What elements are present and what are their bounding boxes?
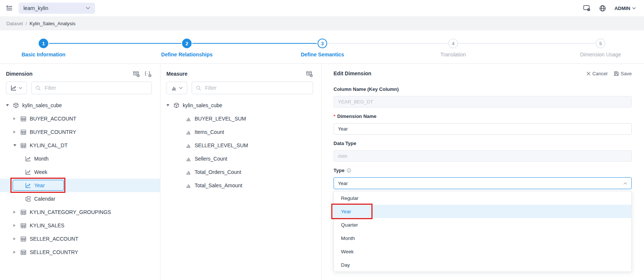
tree-node-label: BUYER_COUNTRY bbox=[30, 129, 76, 135]
tree-node-table[interactable]: KYLIN_CAL_DT bbox=[0, 139, 160, 152]
tree-node-label: Sellers_Count bbox=[195, 156, 227, 162]
type-dropdown-menu: Regular Year Quarter Month Week Day bbox=[334, 191, 632, 272]
chevron-down-icon bbox=[86, 7, 90, 10]
caret-right-icon[interactable] bbox=[13, 237, 20, 240]
measure-type-filter-dropdown[interactable] bbox=[166, 82, 187, 94]
tree-node-table[interactable]: SELLER_ACCOUNT bbox=[0, 232, 160, 246]
measure-filter-input[interactable] bbox=[204, 85, 309, 91]
type-option-regular[interactable]: Regular bbox=[334, 191, 631, 205]
save-icon bbox=[614, 71, 619, 76]
table-icon bbox=[20, 249, 27, 256]
admin-user-menu[interactable]: ADMIN bbox=[614, 6, 636, 11]
dimension-name-input[interactable] bbox=[334, 123, 632, 135]
type-option-month[interactable]: Month bbox=[334, 231, 631, 245]
cancel-button[interactable]: Cancel bbox=[586, 71, 607, 76]
add-table-dimension-icon[interactable] bbox=[133, 71, 140, 77]
data-type-label: Data Type bbox=[334, 140, 632, 146]
edit-dimension-panel: Edit Dimension Cancel Save bbox=[322, 64, 644, 280]
tree-node-label: KYLIN_SALES bbox=[30, 223, 64, 228]
globe-icon[interactable] bbox=[599, 5, 606, 12]
tree-node-label: kylin_sales_cube bbox=[183, 102, 222, 108]
type-option-year-selected[interactable]: Year bbox=[334, 205, 631, 218]
step-1-circle[interactable]: 1 bbox=[39, 39, 48, 48]
hierarchy-icon bbox=[25, 196, 31, 202]
add-measure-icon[interactable] bbox=[306, 71, 313, 77]
line-chart-icon bbox=[25, 156, 31, 162]
tree-node-measure[interactable]: BUYER_LEVEL_SUM bbox=[160, 112, 321, 125]
tree-node-table[interactable]: KYLIN_CATEGORY_GROUPINGS bbox=[0, 205, 160, 219]
tree-node-table[interactable]: BUYER_ACCOUNT bbox=[0, 112, 160, 125]
tree-node-label: kylin_sales_cube bbox=[22, 102, 62, 108]
step-5-circle[interactable]: 5 bbox=[596, 39, 605, 48]
tree-node-measure[interactable]: Total_Orders_Count bbox=[160, 165, 321, 179]
cube-icon bbox=[173, 102, 180, 109]
tree-node-dimension[interactable]: Week bbox=[0, 165, 160, 179]
type-select[interactable]: Year bbox=[334, 177, 632, 189]
line-chart-icon bbox=[25, 169, 31, 175]
tree-node-table[interactable]: KYLIN_SALES bbox=[0, 219, 160, 232]
caret-down-icon[interactable] bbox=[13, 144, 20, 146]
tree-node-model[interactable]: kylin_sales_cube bbox=[160, 99, 321, 112]
measure-tree: kylin_sales_cube BUYER_LEVEL_SUM bbox=[160, 99, 321, 192]
type-option-quarter[interactable]: Quarter bbox=[334, 218, 631, 231]
step-4-label: Translation bbox=[412, 52, 494, 57]
step-connector bbox=[458, 43, 595, 44]
type-field-group: Type Year bbox=[334, 167, 632, 189]
tree-node-label: SELLER_LEVEL_SUM bbox=[195, 142, 248, 148]
tree-node-measure[interactable]: Sellers_Count bbox=[160, 152, 321, 165]
tree-node-model[interactable]: kylin_sales_cube bbox=[0, 99, 160, 112]
step-4-circle[interactable]: 4 bbox=[448, 39, 458, 48]
tree-node-table[interactable]: BUYER_COUNTRY bbox=[0, 125, 160, 139]
save-label: Save bbox=[621, 71, 632, 76]
column-name-input bbox=[334, 96, 632, 108]
dimension-filter-field bbox=[31, 82, 152, 94]
tree-node-dimension[interactable]: Month bbox=[0, 152, 160, 165]
dimension-panel: Dimension bbox=[0, 64, 160, 280]
caret-down-icon[interactable] bbox=[166, 104, 173, 106]
type-option-week[interactable]: Week bbox=[334, 245, 631, 258]
step-connector bbox=[328, 43, 448, 44]
collapse-sidebar-icon[interactable] bbox=[6, 5, 13, 11]
data-type-field-group: Data Type bbox=[334, 140, 632, 162]
tree-node-label: Week bbox=[34, 169, 48, 175]
tree-node-label: Year bbox=[34, 182, 45, 188]
save-button[interactable]: Save bbox=[614, 71, 632, 76]
kylin-dataset-edit-screen: learn_kylin ADMIN bbox=[0, 0, 644, 280]
tree-node-table[interactable]: SELLER_COUNTRY bbox=[0, 246, 160, 259]
caret-down-icon[interactable] bbox=[6, 104, 13, 106]
chevron-down-icon bbox=[632, 7, 636, 10]
bar-chart-icon bbox=[185, 169, 192, 175]
tree-node-label: KYLIN_CATEGORY_GROUPINGS bbox=[30, 209, 111, 215]
caret-right-icon[interactable] bbox=[13, 211, 20, 214]
tree-node-measure[interactable]: Total_Sales_Amount bbox=[160, 179, 321, 192]
device-settings-icon[interactable] bbox=[583, 5, 591, 11]
tree-node-measure[interactable]: Items_Count bbox=[160, 125, 321, 139]
tree-node-label: Month bbox=[34, 156, 49, 162]
tree-node-measure[interactable]: SELLER_LEVEL_SUM bbox=[160, 139, 321, 152]
step-connector bbox=[192, 43, 317, 44]
caret-right-icon[interactable] bbox=[13, 131, 20, 134]
tree-node-label: Items_Count bbox=[195, 129, 224, 135]
tree-node-hierarchy[interactable]: Calendar bbox=[0, 192, 160, 205]
step-2-label: Define Relationships bbox=[146, 52, 228, 57]
dimension-filter-input[interactable] bbox=[44, 85, 148, 91]
breadcrumb-separator: / bbox=[26, 21, 27, 26]
tree-node-label: BUYER_LEVEL_SUM bbox=[195, 116, 246, 122]
type-option-day[interactable]: Day bbox=[334, 258, 631, 271]
bar-chart-icon bbox=[185, 116, 192, 122]
tree-node-dimension-year-selected[interactable]: Year bbox=[0, 179, 160, 192]
breadcrumb-dataset-link[interactable]: Dataset bbox=[6, 21, 23, 26]
step-2-circle[interactable]: 2 bbox=[182, 39, 192, 48]
project-selector[interactable]: learn_kylin bbox=[19, 3, 95, 14]
dimension-type-filter-dropdown[interactable] bbox=[6, 82, 27, 94]
chevron-down-icon bbox=[179, 87, 183, 89]
step-3-circle[interactable]: 3 bbox=[318, 39, 327, 48]
caret-right-icon[interactable] bbox=[13, 224, 20, 227]
type-label: Type bbox=[334, 168, 344, 173]
add-expression-dimension-icon[interactable] bbox=[144, 71, 152, 77]
caret-right-icon[interactable] bbox=[13, 117, 20, 120]
table-icon bbox=[20, 236, 27, 242]
caret-right-icon[interactable] bbox=[13, 251, 20, 254]
measure-filter-field bbox=[192, 82, 313, 94]
topbar: learn_kylin ADMIN bbox=[0, 0, 644, 16]
